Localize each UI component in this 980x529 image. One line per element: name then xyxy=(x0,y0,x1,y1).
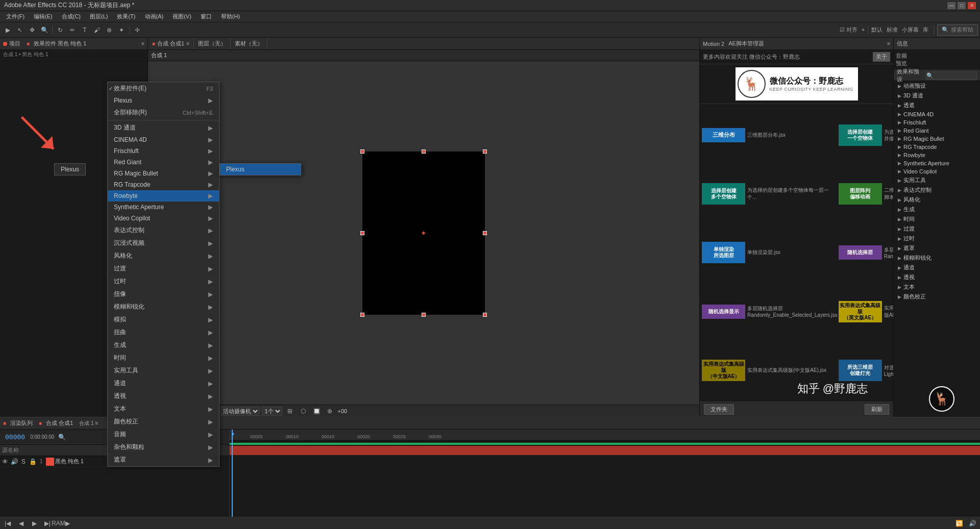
handle-bl[interactable] xyxy=(360,313,364,317)
ctx-utility[interactable]: 实用工具 ▶ xyxy=(108,364,219,377)
menu-view[interactable]: 视图(V) xyxy=(168,12,195,21)
effect-rg-magic-bullet[interactable]: ▶RG Magic Bullet xyxy=(894,135,980,143)
tl-btn-2[interactable]: ◀ xyxy=(15,518,27,529)
ctx-videocopilot[interactable]: Video Copilot ▶ xyxy=(108,213,219,224)
tool-puppet[interactable]: ✦ xyxy=(116,24,127,36)
script-mgr-tab[interactable]: AE脚本管理器 xyxy=(728,40,764,47)
effect-color-correct[interactable]: ▶颜色校正 xyxy=(894,292,980,301)
ctx-immersive[interactable]: 沉浸式视频 ▶ xyxy=(108,237,219,249)
layer-lock[interactable]: 🔒 xyxy=(29,458,37,466)
ctx-text[interactable]: 文本 ▶ xyxy=(108,402,219,415)
submenu-plexus[interactable]: Plexus xyxy=(220,164,301,175)
timeline-playhead[interactable] xyxy=(232,430,233,517)
effect-videocopilot[interactable]: ▶Video Copilot xyxy=(894,167,980,175)
ctx-cinema4d[interactable]: CINEMA 4D ▶ xyxy=(108,134,219,145)
ctx-frischluft[interactable]: Frischluft ▶ xyxy=(108,145,219,157)
ctx-noise[interactable]: 杂色和颗粒 ▶ xyxy=(108,441,219,454)
effect-cinema4d[interactable]: ▶CINEMA 4D xyxy=(894,110,980,118)
handle-lm[interactable] xyxy=(360,231,364,235)
comp1-tab[interactable]: 合成 1 xyxy=(151,52,167,59)
script-badge-2[interactable]: 选择层创建一个空物体 xyxy=(839,124,882,146)
maximize-button[interactable]: □ xyxy=(958,2,966,9)
viewer-btn-7[interactable]: ⊕ xyxy=(324,406,335,417)
tl-btn-loop[interactable]: 🔁 xyxy=(953,518,965,529)
effect-rowbyte[interactable]: ▶Rowbyte xyxy=(894,151,980,159)
script-badge-6[interactable]: 随机选择层 xyxy=(839,245,882,260)
effects-search[interactable] xyxy=(926,71,977,80)
tool-play[interactable]: ▶ xyxy=(2,24,13,36)
effect-animation-presets[interactable]: ▶动画预设 xyxy=(894,81,980,91)
ctx-distort[interactable]: 扭曲 ▶ xyxy=(108,326,219,339)
layer-audio[interactable]: 🔊 xyxy=(10,458,18,466)
ctx-plexus[interactable]: Plexus ▶ xyxy=(108,95,219,106)
ctx-effect-ctrl[interactable]: 效果控件(E) F3 xyxy=(108,82,219,95)
ctx-rg-trapcode[interactable]: RG Trapcode ▶ xyxy=(108,179,219,190)
script-badge-8[interactable]: 实用表达式集高级版（英文版AE） xyxy=(839,301,882,322)
script-badge-3[interactable]: 选择层创建多个空物体 xyxy=(702,183,745,205)
close-project-icon[interactable]: ■ xyxy=(27,41,30,46)
ctx-transition[interactable]: 过渡 ▶ xyxy=(108,262,219,275)
effect-frischluft[interactable]: ▶Frischluft xyxy=(894,118,980,127)
handle-tm[interactable] xyxy=(422,149,426,154)
menu-animation[interactable]: 动画(A) xyxy=(141,12,168,21)
tl-btn-3[interactable]: ▶ xyxy=(29,518,40,529)
tl-btn-audio[interactable]: 🔊 xyxy=(967,518,978,529)
ctx-remove-all[interactable]: 全部移除(R) Ctrl+Shift+E xyxy=(108,106,219,119)
tl-btn-1[interactable]: |◀ xyxy=(2,518,13,529)
effect-perspective[interactable]: ▶透视 xyxy=(894,272,980,282)
script-badge-1[interactable]: 三维分布 xyxy=(702,128,745,142)
tool-stamp[interactable]: ⊕ xyxy=(104,24,115,36)
script-badge-5[interactable]: 单独渲染所选图层 xyxy=(702,242,745,263)
ctx-warp[interactable]: 扭像 ▶ xyxy=(108,288,219,300)
script-badge-4[interactable]: 图层阵列偏移动画 xyxy=(839,183,882,205)
ctx-3d-channel[interactable]: 3D 通道 ▶ xyxy=(108,121,219,134)
tl-btn-ram[interactable]: RAM▶ xyxy=(55,518,66,529)
layer-eye[interactable]: 👁 xyxy=(1,458,9,466)
effect-matte[interactable]: ▶透遮 xyxy=(894,100,980,110)
motion2-tab[interactable]: Motion 2 xyxy=(703,41,724,47)
effect-3d[interactable]: ▶3D 通道 xyxy=(894,91,980,100)
panel-menu-icon[interactable]: ≡ xyxy=(141,41,144,46)
effect-generate[interactable]: ▶生成 xyxy=(894,205,980,214)
ctx-color-correct[interactable]: 颜色校正 ▶ xyxy=(108,415,219,428)
right-panel-menu[interactable]: ≡ xyxy=(887,41,890,46)
effect-expr-ctrl[interactable]: ▶表达式控制 xyxy=(894,185,980,195)
ctx-generate[interactable]: 生成 ▶ xyxy=(108,339,219,351)
ctx-rg-magic[interactable]: RG Magic Bullet ▶ xyxy=(108,168,219,179)
ctx-expr-ctrl[interactable]: 表达式控制 ▶ xyxy=(108,224,219,237)
ctx-mask[interactable]: 遮罩 ▶ xyxy=(108,454,219,466)
menu-file[interactable]: 文件(F) xyxy=(2,12,29,21)
ctx-stylize[interactable]: 风格化 ▶ xyxy=(108,249,219,262)
effect-blur[interactable]: ▶模糊和锐化 xyxy=(894,253,980,263)
ctx-rowbyte[interactable]: Rowbyte ▶ xyxy=(108,190,219,201)
ctx-audio[interactable]: 音频 ▶ xyxy=(108,428,219,441)
effect-transition[interactable]: ▶过渡 xyxy=(894,224,980,234)
minimize-button[interactable]: — xyxy=(947,2,955,9)
menu-help[interactable]: 帮助(H) xyxy=(217,12,244,21)
script-badge-9[interactable]: 实用表达式集高级版（中文版AE） xyxy=(702,360,745,381)
menu-effects[interactable]: 效果(T) xyxy=(113,12,139,21)
viewer-btn-6[interactable]: 🔲 xyxy=(311,406,322,417)
folder-btn[interactable]: 文件夹 xyxy=(704,404,734,415)
handle-tl[interactable] xyxy=(360,149,364,154)
script-badge-10[interactable]: 所选三维层创建灯光 xyxy=(839,360,882,381)
menu-compose[interactable]: 合成(C) xyxy=(58,12,85,21)
handle-rm[interactable] xyxy=(483,231,487,235)
camera-select[interactable]: 活动摄像机 xyxy=(220,407,260,416)
ctx-simulate[interactable]: 模拟 ▶ xyxy=(108,313,219,326)
effect-rg-trapcode[interactable]: ▶RG Trapcode xyxy=(894,143,980,151)
ctx-synthetic[interactable]: Synthetic Aperture ▶ xyxy=(108,201,219,213)
handle-br[interactable] xyxy=(483,313,487,317)
handle-bm[interactable] xyxy=(422,313,426,317)
effect-synthetic[interactable]: ▶Synthetic Aperture xyxy=(894,159,980,167)
comp-menu[interactable]: ≡ xyxy=(186,41,189,46)
tool-text[interactable]: T xyxy=(79,24,90,36)
effect-stylize[interactable]: ▶风格化 xyxy=(894,195,980,205)
tool-pen[interactable]: ✏ xyxy=(67,24,78,36)
effect-distort[interactable]: ▶遮罩 xyxy=(894,243,980,253)
layer-solo[interactable]: S xyxy=(19,458,28,466)
effect-channel[interactable]: ▶通道 xyxy=(894,263,980,272)
tool-brush[interactable]: 🖌 xyxy=(91,24,103,36)
effect-red-giant[interactable]: ▶Red Giant xyxy=(894,127,980,135)
menu-window[interactable]: 窗口 xyxy=(197,12,216,21)
